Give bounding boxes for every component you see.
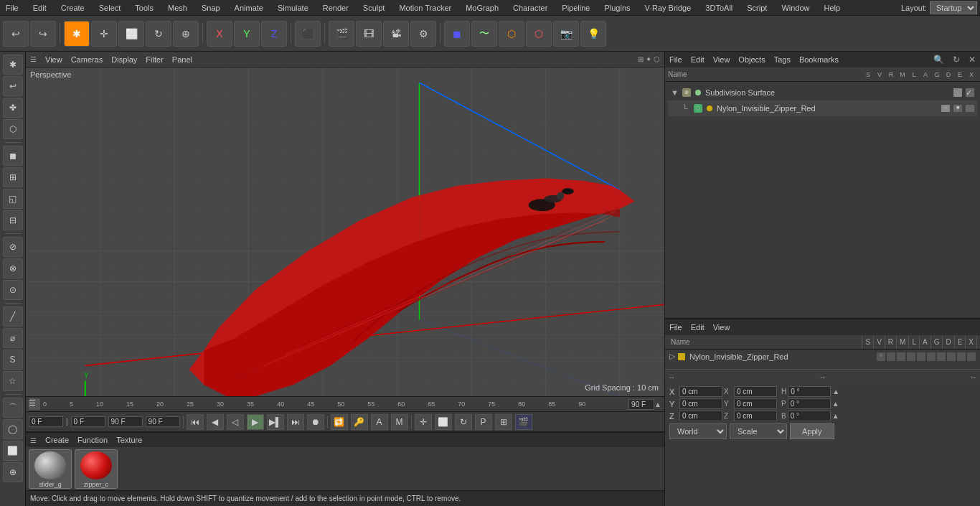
attr-col-name[interactable]: Name (668, 335, 862, 349)
mat-menu-texture[interactable]: Texture (116, 436, 142, 444)
menu-snap[interactable]: Snap (199, 2, 223, 14)
current-frame-display[interactable] (628, 399, 654, 410)
coord-b-rot[interactable] (788, 411, 831, 421)
attr-expand-icon[interactable]: ▷ (669, 352, 678, 361)
attr-icon-3[interactable] (897, 352, 905, 361)
left-tool-18[interactable]: ⬜ (3, 441, 23, 461)
attr-col-m[interactable]: M (897, 335, 909, 349)
auto-key-button[interactable]: A (371, 414, 388, 430)
col-d[interactable]: D (943, 71, 954, 78)
viewport-menu-display[interactable]: Display (111, 55, 137, 64)
left-tool-19[interactable]: ⊕ (3, 462, 23, 482)
left-tool-7[interactable]: ◱ (3, 189, 23, 209)
attr-icon-9[interactable] (957, 352, 966, 361)
col-s[interactable]: S (862, 71, 874, 78)
goto-end-button[interactable]: ⏭ (287, 414, 304, 430)
menu-character[interactable]: Character (510, 2, 550, 14)
attr-icon-1[interactable]: ○ (877, 352, 885, 361)
attr-icon-4[interactable] (907, 352, 915, 361)
render-region-button[interactable]: 🎬 (329, 21, 354, 47)
menu-file[interactable]: File (3, 2, 22, 14)
end-frame-input-2[interactable] (146, 416, 180, 427)
play-button[interactable]: ▶ (247, 414, 264, 430)
left-tool-14[interactable]: S (3, 350, 23, 370)
start-frame-input[interactable] (71, 416, 105, 427)
layout-dropdown[interactable]: Startup (930, 1, 977, 14)
col-m[interactable]: M (897, 71, 908, 78)
col-r[interactable]: R (885, 71, 897, 78)
cube-button[interactable]: ◼ (444, 21, 470, 47)
obj-row-nylon[interactable]: └ ⬡ Nylon_Invisible_Zipper_Red ○ ■ (668, 100, 977, 116)
obj-row-subdivision-surface[interactable]: ▼ ⊘ Subdivision Surface ✓ (668, 85, 977, 100)
mat-menu-function[interactable]: Function (77, 436, 108, 444)
col-a[interactable]: A (920, 71, 931, 78)
end-frame-input-1[interactable] (108, 416, 143, 427)
left-tool-16[interactable]: ⌒ (3, 398, 23, 418)
left-tool-6[interactable]: ⊞ (3, 167, 23, 187)
attr-menu-edit[interactable]: Edit (691, 323, 705, 332)
menu-render[interactable]: Render (320, 2, 352, 14)
render-settings-button[interactable]: ⚙ (410, 21, 436, 47)
left-tool-1[interactable]: ✱ (3, 55, 23, 75)
move-pb-button[interactable]: ✛ (415, 414, 432, 430)
nylon-icon-2[interactable]: ■ (953, 105, 962, 112)
left-tool-11[interactable]: ⊙ (3, 280, 23, 300)
menu-help[interactable]: Help (821, 2, 844, 14)
obj-menu-bookmarks[interactable]: Bookmarks (799, 55, 839, 64)
left-tool-9[interactable]: ⊘ (3, 237, 23, 257)
attr-icon-2[interactable] (887, 352, 895, 361)
obj-menu-edit[interactable]: Edit (691, 55, 705, 64)
attr-col-a[interactable]: A (920, 335, 931, 349)
mat-menu-create[interactable]: Create (45, 436, 69, 444)
viewport-drag-handle[interactable]: ☰ (30, 55, 37, 63)
col-l[interactable]: L (908, 71, 920, 78)
coord-y-pos[interactable] (679, 398, 722, 409)
menu-mesh[interactable]: Mesh (165, 2, 190, 14)
menu-mograph[interactable]: MoGraph (463, 2, 501, 14)
motion-button[interactable]: M (391, 414, 408, 430)
menu-plugins[interactable]: Plugins (601, 2, 633, 14)
obj-search-icon[interactable]: 🔍 (933, 55, 944, 65)
rotate-pb-button[interactable]: ↻ (455, 414, 472, 430)
next-frame-button[interactable]: ▶▌ (267, 414, 284, 430)
attr-col-v[interactable]: V (874, 335, 885, 349)
attr-col-g[interactable]: G (931, 335, 943, 349)
layout-selector[interactable]: Layout: Startup (901, 1, 977, 14)
object-mode-button[interactable]: ⬛ (295, 21, 321, 47)
scale-dropdown[interactable]: Scale (730, 423, 787, 439)
col-x[interactable]: X (966, 71, 977, 78)
render-to-po-button[interactable]: 📽 (383, 21, 409, 47)
col-g[interactable]: G (931, 71, 943, 78)
obj-menu-tags[interactable]: Tags (774, 55, 791, 64)
nylon-icon-3[interactable] (966, 105, 974, 112)
attr-menu-view[interactable]: View (713, 323, 730, 332)
col-v[interactable]: V (874, 71, 885, 78)
attr-col-x[interactable]: X (966, 335, 977, 349)
menu-tools[interactable]: Tools (132, 2, 156, 14)
attr-icon-5[interactable] (917, 352, 925, 361)
left-tool-4[interactable]: ⬡ (3, 119, 23, 139)
coord-p-rot[interactable] (788, 398, 831, 409)
attr-icon-7[interactable] (937, 352, 946, 361)
obj-check-2[interactable]: ✓ (966, 88, 974, 97)
light-button[interactable]: 💡 (580, 21, 606, 47)
obj-refresh-icon[interactable]: ↻ (953, 55, 960, 65)
polygon-button[interactable]: ⬡ (526, 21, 552, 47)
goto-start-button[interactable]: ⏮ (187, 414, 204, 430)
coord-h-rot[interactable] (788, 386, 831, 397)
viewport-menu-panel[interactable]: Panel (172, 55, 192, 64)
mat-bar-handle[interactable]: ☰ (30, 436, 37, 444)
redo-button[interactable]: ↪ (30, 21, 56, 47)
viewport-canvas[interactable]: Perspective (26, 67, 664, 396)
select-tool-button[interactable]: ✱ (64, 21, 90, 47)
undo-button[interactable]: ↩ (3, 21, 29, 47)
frame-stepper[interactable]: ▲ (654, 400, 661, 408)
loop-button[interactable]: 🔁 (331, 414, 348, 430)
left-tool-8[interactable]: ⊟ (3, 210, 23, 230)
attr-row-nylon[interactable]: ▷ Nylon_Invisible_Zipper_Red ○ (665, 350, 980, 363)
menu-script[interactable]: Script (744, 2, 770, 14)
obj-menu-view[interactable]: View (713, 55, 730, 64)
camera-button[interactable]: 📷 (553, 21, 579, 47)
transform-tool-button[interactable]: ⊕ (173, 21, 199, 47)
coord-p-stepper[interactable]: ▲ (832, 400, 839, 408)
